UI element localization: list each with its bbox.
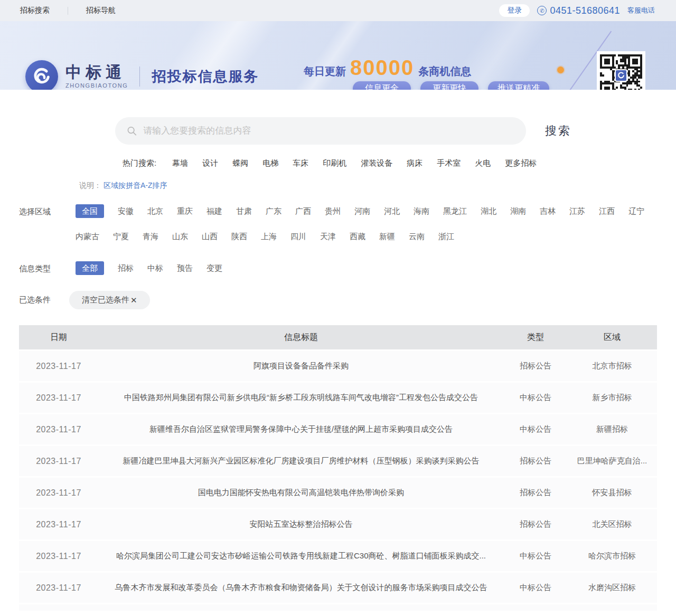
region-chip[interactable]: 浙江 bbox=[438, 230, 454, 243]
region-chip[interactable]: 青海 bbox=[143, 230, 158, 243]
row-date: 2023-11-17 bbox=[19, 362, 98, 371]
region-chip[interactable]: 西藏 bbox=[350, 230, 365, 243]
region-chip-selected[interactable]: 全国 bbox=[76, 204, 104, 218]
banner-orange-dot bbox=[557, 67, 564, 73]
table-row[interactable]: 2023-11-17 中国铁路郑州局集团有限公司新乡供电段“新乡桥工段东明线路车… bbox=[19, 383, 657, 413]
table-row[interactable]: 2023-11-17 阿旗项目设备备品备件采购 招标公告 北京市招标 bbox=[19, 351, 657, 381]
type-chip[interactable]: 预告 bbox=[177, 261, 193, 275]
region-chip[interactable]: 黑龙江 bbox=[443, 204, 467, 218]
search-button[interactable]: 搜索 bbox=[545, 123, 571, 139]
row-region: 北关区招标 bbox=[567, 519, 657, 529]
region-chip[interactable]: 湖南 bbox=[510, 204, 526, 218]
row-date: 2023-11-17 bbox=[19, 457, 98, 466]
type-chip[interactable]: 变更 bbox=[206, 261, 222, 275]
topbar-right: 登录 ✆ 0451-51680641 客服电话 bbox=[499, 4, 655, 17]
qr-center-logo-icon bbox=[615, 69, 627, 82]
region-chip[interactable]: 辽宁 bbox=[628, 204, 644, 218]
brand-tagline: 招投标信息服务 bbox=[152, 67, 259, 86]
type-chip-selected[interactable]: 全部 bbox=[76, 261, 104, 275]
clear-conditions-button[interactable]: 清空已选条件✕ bbox=[69, 291, 150, 309]
hot-search-item[interactable]: 印刷机 bbox=[323, 158, 346, 168]
row-region: 怀安县招标 bbox=[567, 488, 657, 498]
table-row[interactable]: 2023-11-17 国电电力国能怀安热电有限公司高温铠装电伴热带询价采购 招标… bbox=[19, 478, 657, 508]
note-sort-link[interactable]: 区域按拼音A-Z排序 bbox=[104, 181, 167, 189]
type-filter-label: 信息类型 bbox=[19, 261, 53, 275]
hot-search-item[interactable]: 病床 bbox=[407, 158, 422, 168]
region-chip[interactable]: 宁夏 bbox=[113, 230, 129, 243]
hot-search-item[interactable]: 设计 bbox=[202, 158, 218, 168]
hot-search-item[interactable]: 火电 bbox=[475, 158, 491, 168]
table-row[interactable]: 2023-11-17 安阳站五室达标整治招标公告 招标公告 北关区招标 bbox=[19, 509, 657, 539]
region-chip[interactable]: 江西 bbox=[599, 204, 615, 218]
hot-search-item[interactable]: 手术室 bbox=[437, 158, 461, 168]
table-body: 2023-11-17 阿旗项目设备备品备件采购 招标公告 北京市招标 2023-… bbox=[19, 351, 657, 603]
qr-code bbox=[597, 51, 645, 90]
row-title-link[interactable]: 阿旗项目设备备品备件采购 bbox=[98, 361, 504, 371]
region-chip[interactable]: 新疆 bbox=[379, 230, 395, 243]
table-row[interactable]: 2023-11-17 新疆冶建巴里坤县大河新兴产业园区标准化厂房建设项目厂房维护… bbox=[19, 446, 657, 476]
hot-search-item[interactable]: 灌装设备 bbox=[361, 158, 392, 168]
region-chip[interactable]: 安徽 bbox=[118, 204, 134, 218]
type-chips: 全部 招标中标预告变更 bbox=[76, 261, 656, 275]
region-chip[interactable]: 湖北 bbox=[481, 204, 496, 218]
top-nav-item[interactable]: 招标导航 bbox=[86, 6, 116, 15]
hot-search-item[interactable]: 电梯 bbox=[262, 158, 278, 168]
region-chip[interactable]: 广东 bbox=[266, 204, 281, 218]
login-button[interactable]: 登录 bbox=[499, 4, 530, 17]
table-row[interactable]: 2023-11-17 哈尔滨局集团公司工建公司安达市矽峪运输公司铁路专用线新建工… bbox=[19, 541, 657, 571]
hot-search-item[interactable]: 蝶阀 bbox=[232, 158, 248, 168]
type-chip[interactable]: 招标 bbox=[118, 261, 134, 275]
daily-update-banner: 每日更新 80000 条商机信息 bbox=[304, 56, 471, 80]
region-chip[interactable]: 陕西 bbox=[231, 230, 247, 243]
table-row-partial[interactable] bbox=[19, 604, 657, 611]
row-title-link[interactable]: 中国铁路郑州局集团有限公司新乡供电段“新乡桥工段东明线路车间气改电增容”工程发包… bbox=[98, 393, 504, 403]
col-header-region: 区域 bbox=[567, 332, 657, 343]
row-title-link[interactable]: 乌鲁木齐市发展和改革委员会（乌鲁木齐市粮食和物资储备局）关于文创设计的服务市场采… bbox=[98, 583, 504, 593]
row-type: 中标公告 bbox=[504, 551, 567, 561]
region-chip[interactable]: 贵州 bbox=[325, 204, 341, 218]
region-chip[interactable]: 北京 bbox=[147, 204, 163, 218]
region-chip[interactable]: 内蒙古 bbox=[76, 230, 99, 243]
region-chip[interactable]: 吉林 bbox=[540, 204, 556, 218]
region-chip[interactable]: 甘肃 bbox=[236, 204, 252, 218]
search-input[interactable] bbox=[143, 126, 514, 136]
hot-search-item[interactable]: 幕墙 bbox=[172, 158, 188, 168]
hot-search-items: 幕墙 设计 蝶阀 电梯 车床 印刷机 灌装设备 病床 手术室 火电 更多招标 bbox=[172, 158, 537, 168]
region-chip[interactable]: 上海 bbox=[261, 230, 277, 243]
feature-pill: 推送更精准 bbox=[488, 81, 549, 90]
region-chip[interactable]: 海南 bbox=[414, 204, 429, 218]
region-chip[interactable]: 天津 bbox=[320, 230, 336, 243]
col-header-title: 信息标题 bbox=[98, 332, 504, 343]
search-row: 搜索 bbox=[115, 117, 657, 145]
table-row[interactable]: 2023-11-17 乌鲁木齐市发展和改革委员会（乌鲁木齐市粮食和物资储备局）关… bbox=[19, 573, 657, 603]
region-chip[interactable]: 福建 bbox=[206, 204, 222, 218]
hot-search-item[interactable]: 更多招标 bbox=[505, 158, 537, 168]
col-header-date: 日期 bbox=[19, 332, 98, 343]
row-title-link[interactable]: 安阳站五室达标整治招标公告 bbox=[98, 519, 504, 529]
region-chip[interactable]: 广西 bbox=[295, 204, 311, 218]
service-phone: ✆ 0451-51680641 bbox=[537, 5, 620, 16]
row-title-link[interactable]: 新疆冶建巴里坤县大河新兴产业园区标准化厂房建设项目厂房维护材料（压型钢板）采购谈… bbox=[98, 456, 504, 466]
row-type: 招标公告 bbox=[504, 488, 567, 498]
search-box[interactable] bbox=[115, 117, 526, 145]
row-title-link[interactable]: 国电电力国能怀安热电有限公司高温铠装电伴热带询价采购 bbox=[98, 488, 504, 498]
type-chip[interactable]: 中标 bbox=[147, 261, 163, 275]
region-chip[interactable]: 重庆 bbox=[177, 204, 193, 218]
row-date: 2023-11-17 bbox=[19, 393, 98, 403]
search-icon bbox=[127, 126, 137, 136]
row-title-link[interactable]: 新疆维吾尔自治区监狱管理局警务保障中心关于挂毯/壁毯的网上超市采购项目成交公告 bbox=[98, 424, 504, 434]
col-header-type: 类型 bbox=[504, 332, 567, 343]
region-chip[interactable]: 四川 bbox=[290, 230, 306, 243]
region-chip[interactable]: 山东 bbox=[172, 230, 188, 243]
region-chip[interactable]: 江苏 bbox=[569, 204, 585, 218]
region-chip[interactable]: 河北 bbox=[384, 204, 400, 218]
hot-search-item[interactable]: 车床 bbox=[293, 158, 308, 168]
top-nav-item[interactable]: 招标搜索 bbox=[20, 6, 50, 15]
table-row[interactable]: 2023-11-17 新疆维吾尔自治区监狱管理局警务保障中心关于挂毯/壁毯的网上… bbox=[19, 414, 657, 444]
region-chip[interactable]: 云南 bbox=[409, 230, 425, 243]
region-chip[interactable]: 山西 bbox=[202, 230, 218, 243]
feature-pill: 信息更全 bbox=[353, 81, 411, 90]
row-type: 中标公告 bbox=[504, 583, 567, 593]
row-title-link[interactable]: 哈尔滨局集团公司工建公司安达市矽峪运输公司铁路专用线新建工程C30商砼、树脂道口… bbox=[98, 551, 504, 561]
region-chip[interactable]: 河南 bbox=[354, 204, 370, 218]
